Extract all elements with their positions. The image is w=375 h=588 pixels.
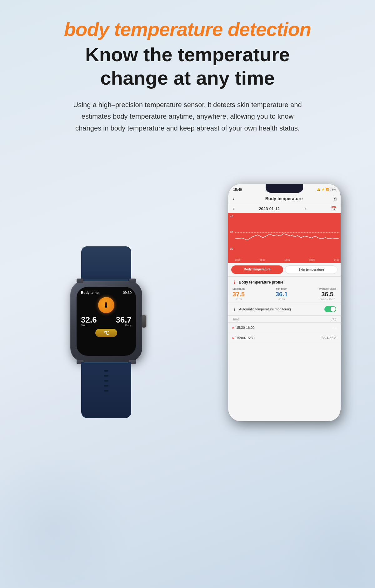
watch-celsius-btn[interactable]: ℃ <box>95 329 117 337</box>
notification-icon: 🔔 <box>317 188 320 191</box>
stat-average-time: 00:05 – 15:25 <box>320 298 335 301</box>
table-header: Time (°C) <box>228 316 341 323</box>
calendar-icon[interactable]: 📅 <box>331 206 336 211</box>
chart-y-35: 35 <box>230 247 233 250</box>
smartwatch: Body temp. 09:30 🌡 32.6 Skin 36.7 <box>41 246 172 409</box>
auto-monitoring-row: 🌡 Automatic temperature monitoring <box>228 303 341 315</box>
profile-section: 🌡 Body temperature profile Maximum 37.5 … <box>228 277 341 303</box>
chart-x-4: 24:00 <box>334 259 339 261</box>
stat-minimum-label: Minimum <box>276 287 288 290</box>
phone-frame: 15:40 🔔 ⚡ 📶 78% ‹ Body temperature ⎘ <box>228 184 341 421</box>
watch-lug-tr <box>129 279 136 283</box>
stat-average: average value 36.5 00:05 – 15:25 <box>318 287 336 301</box>
tab-skin-temperature[interactable]: Skin temperature <box>285 265 338 274</box>
profile-title: Body temperature profile <box>239 280 283 284</box>
toggle-knob <box>331 307 336 312</box>
watch-body-label: Body <box>125 324 132 327</box>
page-description: Using a high–precision temperature senso… <box>72 99 303 134</box>
monitoring-icon: 🌡 <box>232 307 237 312</box>
page-headline-black: Know the temperature change at any time <box>85 43 290 90</box>
unit-col-header: (°C) <box>331 318 336 321</box>
chart-x-labels: 00:00 06:00 12:00 18:00 24:00 <box>235 259 339 261</box>
status-icons: 🔔 ⚡ 📶 78% <box>317 188 336 191</box>
stat-maximum-value: 37.5 <box>232 291 245 297</box>
stat-maximum: Maximum 37.5 09:05 <box>232 287 245 301</box>
watch-lug-tl <box>77 279 83 283</box>
watch-band-bottom <box>81 362 131 418</box>
chart-x-3: 18:00 <box>309 259 315 261</box>
device-section: Body temp. 09:30 🌡 32.6 Skin 36.7 <box>25 153 350 434</box>
battery-text: 78% <box>330 188 336 191</box>
time-table: Time (°C) ▶ 15:30-16:00 — <box>228 316 341 421</box>
date-nav: ‹ 2023-01-12 › 📅 <box>228 204 341 213</box>
watch-skin-label: Skin <box>81 324 97 327</box>
monitoring-toggle[interactable] <box>324 306 336 312</box>
watch-time: 09:30 <box>123 291 132 294</box>
watch-band-top <box>81 246 131 281</box>
chart-x-1: 06:00 <box>260 259 265 261</box>
date-display: 2023-01-12 <box>259 206 280 211</box>
phone-notch <box>266 184 303 193</box>
watch-screen: Body temp. 09:30 🌡 32.6 Skin 36.7 <box>77 287 136 356</box>
watch-body-temp: 36.7 <box>116 316 132 324</box>
thermometer-icon: 🌡 <box>98 297 114 313</box>
signal-icon: 📶 <box>326 188 329 191</box>
band-hole-3 <box>104 380 108 382</box>
tab-body-temperature[interactable]: Body temperature <box>231 265 283 274</box>
time-value-2: 36.4-36.8 <box>322 336 336 340</box>
row-play-icon-2: ▶ <box>232 337 234 339</box>
chart-x-2: 12:00 <box>284 259 290 261</box>
band-hole-4 <box>104 385 108 387</box>
watch-case: Body temp. 09:30 🌡 32.6 Skin 36.7 <box>70 281 142 362</box>
phone-screen: 15:40 🔔 ⚡ 📶 78% ‹ Body temperature ⎘ <box>228 184 341 421</box>
smartphone: 15:40 🔔 ⚡ 📶 78% ‹ Body temperature ⎘ <box>228 184 341 421</box>
profile-stats: Maximum 37.5 09:05 Minimum 36.1 00:05 av… <box>232 287 336 301</box>
chart-svg <box>235 213 339 257</box>
stat-average-label: average value <box>318 287 336 290</box>
app-title: Body temperature <box>234 196 334 201</box>
chart-y-37: 37 <box>230 230 233 234</box>
time-value-1: — <box>333 326 336 329</box>
watch-skin-temp: 32.6 <box>81 316 97 324</box>
table-row[interactable]: ▶ 15:00-15:30 36.4-36.8 <box>228 333 341 343</box>
watch-title: Body temp. <box>81 291 100 294</box>
band-hole-5 <box>104 390 108 392</box>
watch-crown <box>142 315 146 328</box>
time-col-header: Time <box>232 318 239 321</box>
tab-row: Body temperature Skin temperature <box>228 263 341 277</box>
temperature-chart: 40 37 35 00:00 06:00 12:00 18:00 <box>228 213 341 263</box>
date-next-button[interactable]: › <box>305 206 306 211</box>
stat-average-value: 36.5 <box>321 291 333 297</box>
row-play-icon-1: ▶ <box>232 326 234 329</box>
band-hole-1 <box>104 370 108 372</box>
date-prev-button[interactable]: ‹ <box>232 206 234 211</box>
monitoring-label: Automatic temperature monitoring <box>239 307 291 311</box>
stat-minimum-value: 36.1 <box>276 291 288 297</box>
stat-minimum: Minimum 36.1 00:05 <box>276 287 288 301</box>
chart-y-40: 40 <box>230 215 233 218</box>
page-headline-orange: body temperature detection <box>64 19 311 40</box>
table-row[interactable]: ▶ 15:30-16:00 — <box>228 323 341 333</box>
chart-x-0: 00:00 <box>235 259 241 261</box>
bluetooth-icon: ⚡ <box>321 188 325 191</box>
profile-icon: 🌡 <box>232 280 237 285</box>
share-button[interactable]: ⎘ <box>334 196 336 201</box>
stat-maximum-label: Maximum <box>232 287 245 290</box>
app-header: ‹ Body temperature ⎘ <box>228 194 341 204</box>
time-range-2: 15:00-15:30 <box>236 336 255 340</box>
stat-maximum-time: 09:05 <box>235 298 242 301</box>
time-range-1: 15:30-16:00 <box>236 326 255 329</box>
stat-minimum-time: 00:05 <box>278 298 285 301</box>
band-hole-2 <box>104 375 108 377</box>
status-time: 15:40 <box>233 188 242 191</box>
